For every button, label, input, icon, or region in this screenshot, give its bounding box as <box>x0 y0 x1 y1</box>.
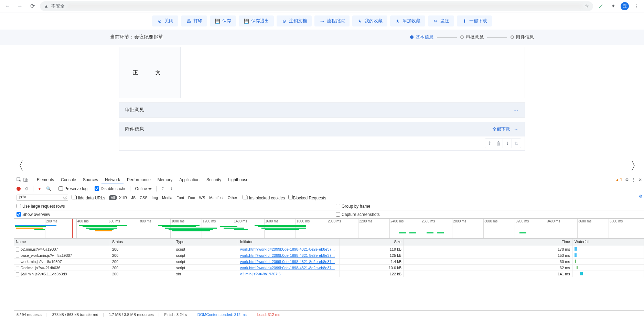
devtools-tab-lighthouse[interactable]: Lighthouse <box>225 176 252 184</box>
devtools-settings-icon[interactable]: ⚙ <box>625 177 629 182</box>
filter-type-media[interactable]: Media <box>160 195 174 200</box>
devtools-tab-memory[interactable]: Memory <box>154 176 176 184</box>
filter-type-css[interactable]: CSS <box>138 195 150 200</box>
search-icon[interactable]: 🔍 <box>46 186 51 191</box>
devtools-tab-security[interactable]: Security <box>203 176 225 184</box>
cancel-doc-button[interactable]: ⊖注销文档 <box>277 15 312 26</box>
filter-type-all[interactable]: All <box>109 195 117 200</box>
hide-data-urls-checkbox[interactable]: Hide data URLs <box>72 195 105 200</box>
devtools-tab-application[interactable]: Application <box>176 176 203 184</box>
devtools-tab-console[interactable]: Console <box>57 176 79 184</box>
save-icon: 💾 <box>215 18 220 24</box>
devtools-tab-network[interactable]: Network <box>101 176 124 184</box>
delete-icon[interactable]: 🗑 <box>494 139 503 148</box>
filter-type-doc[interactable]: Doc <box>186 195 197 200</box>
close-button[interactable]: ⊘关闭 <box>152 15 178 26</box>
devtools-kebab-icon[interactable]: ⋮ <box>632 177 636 182</box>
finish-time: Finish: 3.24 s <box>164 312 187 317</box>
table-row[interactable]: base_work.min.js?v=-8a19307200scriptwork… <box>14 252 644 259</box>
step-basic-info[interactable]: 基本信息 <box>410 34 433 40</box>
table-row[interactable]: $all.min.js?v=5.1.1-fe3b3d9200xhro2.min.… <box>14 271 644 277</box>
capture-screenshots-checkbox[interactable]: Capture screenshots <box>336 212 380 217</box>
transferred-size: 378 kB / 863 kB transferred <box>52 312 98 317</box>
flow-icon: ⇢ <box>319 18 325 24</box>
workflow-step-bar: 当前环节：会议纪要起草 基本信息 审批意见 附件信息 <box>0 30 644 45</box>
filter-type-xhr[interactable]: XHR <box>117 195 129 200</box>
ext-check-icon[interactable]: ⩗ <box>596 1 605 11</box>
disable-cache-checkbox[interactable]: Disable cache <box>95 186 126 191</box>
my-favorite-button[interactable]: ★我的收藏 <box>352 15 387 26</box>
prev-page-chevron[interactable]: 〈 <box>12 158 24 174</box>
group-by-frame-checkbox[interactable]: Group by frame <box>336 204 370 209</box>
next-page-chevron[interactable]: 〉 <box>630 158 642 174</box>
add-favorite-button[interactable]: ★添加收藏 <box>390 15 425 26</box>
element-picker-icon[interactable] <box>16 177 22 183</box>
send-button[interactable]: ✉发送 <box>428 15 454 26</box>
throttling-select[interactable]: Online <box>134 186 153 191</box>
filter-type-other[interactable]: Other <box>226 195 239 200</box>
security-label: 不安全 <box>51 3 65 9</box>
filter-icon[interactable]: ▼ <box>37 186 42 191</box>
forward-button[interactable]: → <box>15 1 25 11</box>
large-rows-checkbox[interactable]: Use large request rows <box>17 204 65 209</box>
url-bar[interactable]: ▲ 不安全 ☆ <box>40 1 593 11</box>
sort-icon[interactable]: ⇅ <box>512 139 521 148</box>
clear-button[interactable]: ⊘ <box>24 186 30 191</box>
warnings-badge[interactable]: ▲1 <box>615 177 622 182</box>
body-panel: 正 文 <box>119 47 525 98</box>
star-icon[interactable]: ☆ <box>585 3 589 9</box>
star-plus-icon: ★ <box>395 18 400 24</box>
devtools-tab-elements[interactable]: Elements <box>33 176 57 184</box>
filter-type-img[interactable]: Img <box>150 195 160 200</box>
collapse-icon[interactable]: ︿ <box>514 127 519 132</box>
step-attachment[interactable]: 附件信息 <box>511 34 534 40</box>
device-toggle-icon[interactable] <box>23 177 29 183</box>
download-all-button[interactable]: ⬇一键下载 <box>457 15 492 26</box>
filter-type-ws[interactable]: WS <box>197 195 207 200</box>
filter-type-manifest[interactable]: Manifest <box>207 195 226 200</box>
table-row[interactable]: o2.min.js?v=-8a19307200scriptwork.html?w… <box>14 246 644 252</box>
filter-type-font[interactable]: Font <box>174 195 186 200</box>
profile-avatar[interactable]: 定 <box>621 2 629 10</box>
kebab-menu-icon[interactable]: ⋮ <box>632 1 641 11</box>
load-time: Load: 312 ms <box>257 312 280 317</box>
network-toolbar: ⊘ ▼ 🔍 Preserve log Disable cache Online … <box>14 184 644 193</box>
step-approval[interactable]: 审批意见 <box>460 34 484 40</box>
show-overview-checkbox[interactable]: Show overview <box>17 212 50 217</box>
table-header[interactable]: Name Status Type Initiator Size Time Wat… <box>14 239 644 246</box>
attachment-panel-title: 附件信息 <box>125 126 144 132</box>
table-row[interactable]: Decimal.js?v=-21db036200scriptwork.html?… <box>14 265 644 271</box>
import-har-icon[interactable]: ⤴ <box>160 186 165 191</box>
request-count: 5 / 94 requests <box>17 312 42 317</box>
network-settings-icon[interactable]: ⚙ <box>639 194 643 199</box>
export-har-icon[interactable]: ⤓ <box>169 186 174 191</box>
approval-panel-title: 审批意见 <box>125 107 144 113</box>
network-filter-bar: .js?v ⓧ Hide data URLs AllXHRJSCSSImgMed… <box>14 193 644 202</box>
collapse-icon[interactable]: ︿ <box>514 108 519 112</box>
devtools-close-icon[interactable]: ✕ <box>638 177 642 182</box>
filter-input[interactable]: .js?v ⓧ <box>17 195 68 201</box>
extensions-icon[interactable]: ✦ <box>608 1 618 11</box>
devtools-tab-sources[interactable]: Sources <box>79 176 101 184</box>
download-icon[interactable]: ⤓ <box>503 139 512 148</box>
preserve-log-checkbox[interactable]: Preserve log <box>58 186 87 191</box>
devtools-tab-performance[interactable]: Performance <box>124 176 154 184</box>
process-track-button[interactable]: ⇢流程跟踪 <box>314 15 350 26</box>
blocked-cookies-checkbox[interactable]: Has blocked cookies <box>243 195 285 200</box>
reload-button[interactable]: ⟳ <box>28 1 37 11</box>
network-overview-timeline[interactable]: 200 ms400 ms600 ms800 ms1000 ms1200 ms14… <box>14 219 644 239</box>
clear-filter-icon[interactable]: ⓧ <box>63 195 67 200</box>
print-button[interactable]: 🖶打印 <box>181 15 207 26</box>
attachment-panel: 附件信息 全部下载 ︿ ⤴ 🗑 ⤓ ⇅ <box>119 122 525 151</box>
record-button[interactable] <box>17 187 21 191</box>
download-all-link[interactable]: 全部下载 <box>492 126 510 132</box>
table-row[interactable]: work.min.js?v=-8a19307200scriptwork.html… <box>14 259 644 265</box>
save-exit-button[interactable]: 💾保存退出 <box>239 15 274 26</box>
save-button[interactable]: 💾保存 <box>210 15 236 26</box>
back-button[interactable]: ← <box>3 1 12 11</box>
filter-type-js[interactable]: JS <box>129 195 138 200</box>
url-text <box>67 4 582 8</box>
star-icon: ★ <box>357 18 363 24</box>
upload-icon[interactable]: ⤴ <box>485 139 494 148</box>
blocked-requests-checkbox[interactable]: Blocked Requests <box>288 195 326 200</box>
